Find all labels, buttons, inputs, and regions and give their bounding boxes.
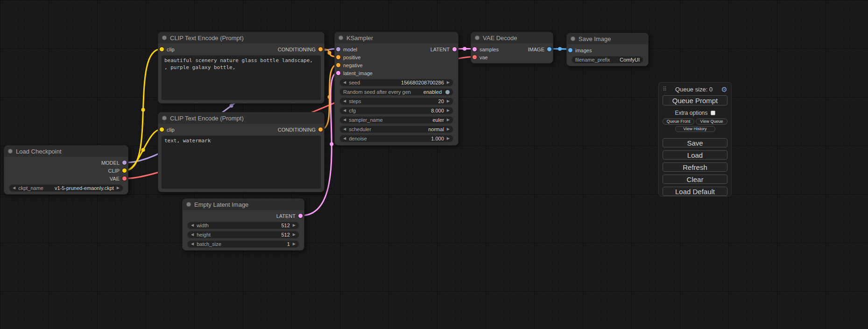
queue-front-button[interactable]: Queue Front <box>663 119 694 125</box>
collapse-dot[interactable] <box>339 35 343 40</box>
widget-value: 8.000 <box>431 108 444 113</box>
node-title: KSampler <box>346 35 373 42</box>
decrement-arrow-icon[interactable]: ◀ <box>343 127 346 131</box>
decrement-arrow-icon[interactable]: ◀ <box>191 242 194 246</box>
toggle-dot[interactable] <box>445 90 450 94</box>
decrement-arrow-icon[interactable]: ◀ <box>343 118 346 122</box>
load-button[interactable]: Load <box>663 150 727 160</box>
input-port-clip[interactable] <box>160 127 164 132</box>
widget-sampler-name[interactable]: ◀ sampler_name euler ▶ <box>339 116 453 124</box>
output-port-conditioning[interactable] <box>318 47 323 51</box>
output-port-vae[interactable] <box>122 176 127 181</box>
widget-label: sampler_name <box>349 117 383 123</box>
output-port-conditioning[interactable] <box>318 127 323 132</box>
collapse-dot[interactable] <box>571 36 575 41</box>
prompt-textarea[interactable]: beautiful scenery nature glass bottle la… <box>161 55 321 100</box>
node-ksampler[interactable]: KSampler model LATENT positive negative <box>334 32 459 146</box>
link-midpoint-dot <box>328 95 332 99</box>
collapse-dot[interactable] <box>186 202 191 207</box>
view-history-button[interactable]: View History <box>675 126 715 132</box>
output-label-image: IMAGE <box>528 47 544 52</box>
decrement-arrow-icon[interactable]: ◀ <box>343 81 346 84</box>
widget-scheduler[interactable]: ◀ scheduler normal ▶ <box>339 126 453 133</box>
node-title-bar[interactable]: CLIP Text Encode (Prompt) <box>158 32 324 43</box>
widget-label: ckpt_name <box>18 185 43 191</box>
collapse-dot[interactable] <box>475 35 480 40</box>
widget-width[interactable]: ◀ width 512 ▶ <box>187 222 299 229</box>
node-title-bar[interactable]: Load Checkpoint <box>4 146 128 157</box>
increment-arrow-icon[interactable]: ▶ <box>447 137 450 140</box>
decrement-arrow-icon[interactable]: ◀ <box>13 186 15 190</box>
decrement-arrow-icon[interactable]: ◀ <box>343 99 346 103</box>
widget-ckpt-name[interactable]: ◀ ckpt_name v1-5-pruned-emaonly.ckpt ▶ <box>9 184 123 192</box>
input-port-samples[interactable] <box>473 47 477 51</box>
output-port-image[interactable] <box>547 47 551 51</box>
settings-gear-icon[interactable]: ⚙ <box>721 86 727 93</box>
input-port-model[interactable] <box>336 47 340 51</box>
widget-height[interactable]: ◀ height 512 ▶ <box>187 231 299 238</box>
decrement-arrow-icon[interactable]: ◀ <box>191 224 194 227</box>
extra-options-checkbox[interactable] <box>711 111 715 115</box>
input-port-positive[interactable] <box>336 55 340 59</box>
increment-arrow-icon[interactable]: ▶ <box>293 233 296 237</box>
decrement-arrow-icon[interactable]: ◀ <box>343 137 346 140</box>
output-port-latent[interactable] <box>452 47 457 51</box>
prompt-textarea[interactable]: text, watermark <box>161 135 321 189</box>
output-port-model[interactable] <box>122 161 127 165</box>
widget-cfg[interactable]: ◀ cfg 8.000 ▶ <box>339 107 453 114</box>
drag-handle-icon[interactable]: ⠿ <box>663 86 667 92</box>
node-title-bar[interactable]: VAE Decode <box>471 32 553 43</box>
node-vae-decode[interactable]: VAE Decode samples IMAGE vae <box>471 32 553 63</box>
node-title-bar[interactable]: Save Image <box>567 33 648 44</box>
input-port-vae[interactable] <box>473 55 477 59</box>
output-port-clip[interactable] <box>122 168 127 173</box>
node-clip-text-encode-positive[interactable]: CLIP Text Encode (Prompt) clip CONDITION… <box>158 32 325 104</box>
node-title-bar[interactable]: CLIP Text Encode (Prompt) <box>158 112 324 124</box>
input-port-images[interactable] <box>568 48 572 52</box>
input-label-model: model <box>343 47 357 52</box>
queue-prompt-button[interactable]: Queue Prompt <box>663 95 727 105</box>
increment-arrow-icon[interactable]: ▶ <box>117 186 120 190</box>
increment-arrow-icon[interactable]: ▶ <box>293 224 296 227</box>
view-queue-button[interactable]: View Queue <box>696 119 727 125</box>
collapse-dot[interactable] <box>162 116 167 120</box>
node-clip-text-encode-negative[interactable]: CLIP Text Encode (Prompt) clip CONDITION… <box>158 112 325 192</box>
decrement-arrow-icon[interactable]: ◀ <box>191 233 194 237</box>
node-title-bar[interactable]: Empty Latent Image <box>183 199 304 210</box>
widget-control-after-generate[interactable]: Random seed after every gen enabled <box>339 88 453 96</box>
increment-arrow-icon[interactable]: ▶ <box>447 99 450 103</box>
increment-arrow-icon[interactable]: ▶ <box>447 81 450 84</box>
load-default-button[interactable]: Load Default <box>663 187 727 196</box>
extra-options-label: Extra options <box>675 110 707 116</box>
clear-button[interactable]: Clear <box>663 175 727 184</box>
widget-batch-size[interactable]: ◀ batch_size 1 ▶ <box>187 240 299 248</box>
widget-label: Random seed after every gen <box>343 89 411 95</box>
widget-steps[interactable]: ◀ steps 20 ▶ <box>339 98 453 105</box>
save-button[interactable]: Save <box>663 138 727 147</box>
node-load-checkpoint[interactable]: Load Checkpoint MODEL CLIP VAE ◀ ckpt_na… <box>4 145 128 195</box>
input-port-clip[interactable] <box>160 47 164 51</box>
collapse-dot[interactable] <box>162 35 167 40</box>
node-title: CLIP Text Encode (Prompt) <box>170 115 244 122</box>
link-midpoint-dot <box>463 47 466 51</box>
increment-arrow-icon[interactable]: ▶ <box>447 127 450 131</box>
node-title-bar[interactable]: KSampler <box>335 32 458 43</box>
widget-value: 156680208700286 <box>401 80 444 85</box>
collapse-dot[interactable] <box>8 149 13 154</box>
input-port-latent-image[interactable] <box>336 71 340 75</box>
widget-filename-prefix[interactable]: filename_prefix ComfyUI <box>572 56 643 63</box>
widget-value: 1 <box>287 241 290 247</box>
node-save-image[interactable]: Save Image images filename_prefix ComfyU… <box>566 33 649 66</box>
decrement-arrow-icon[interactable]: ◀ <box>343 109 346 112</box>
widget-denoise[interactable]: ◀ denoise 1.000 ▶ <box>339 135 453 142</box>
increment-arrow-icon[interactable]: ▶ <box>447 118 450 122</box>
refresh-button[interactable]: Refresh <box>663 162 727 172</box>
link-midpoint-dot <box>558 47 562 51</box>
node-empty-latent-image[interactable]: Empty Latent Image LATENT ◀ width 512 ▶ … <box>182 198 304 251</box>
node-graph-canvas[interactable]: Load Checkpoint MODEL CLIP VAE ◀ ckpt_na… <box>0 0 868 329</box>
input-port-negative[interactable] <box>336 63 340 67</box>
output-port-latent[interactable] <box>298 214 303 218</box>
widget-seed[interactable]: ◀ seed 156680208700286 ▶ <box>339 79 453 86</box>
increment-arrow-icon[interactable]: ▶ <box>447 109 450 112</box>
increment-arrow-icon[interactable]: ▶ <box>293 242 296 246</box>
